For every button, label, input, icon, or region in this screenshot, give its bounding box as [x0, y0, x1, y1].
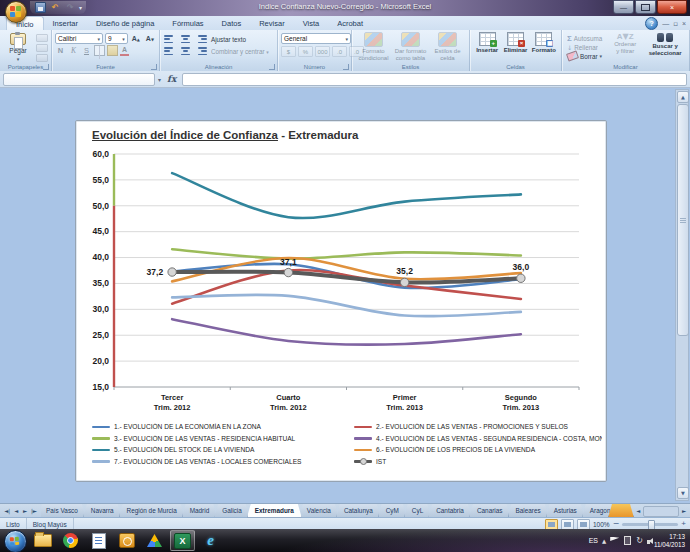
legend-item[interactable]: IST	[354, 458, 602, 465]
legend-item[interactable]: 1.- EVOLUCIÓN DE LA ECONOMÍA EN LA ZONA	[92, 423, 354, 430]
sheet-tab-asturias[interactable]: Asturias	[546, 504, 585, 518]
sheet-tab-aragon[interactable]: Aragon	[582, 504, 611, 518]
workbook-close-button[interactable]: ×	[682, 20, 686, 27]
hscroll-right-arrow[interactable]: ►	[680, 508, 688, 514]
sheet-tab-valencia[interactable]: Valencia	[299, 504, 339, 518]
align-middle-button[interactable]	[179, 34, 192, 44]
format-as-table-button[interactable]: Dar formato como tabla	[393, 32, 429, 62]
sheet-tab-cyl[interactable]: CyL	[404, 504, 431, 518]
last-sheet-button[interactable]: |►	[30, 508, 38, 514]
scroll-down-arrow[interactable]: ▼	[677, 487, 689, 499]
sheet-tab-partial[interactable]	[608, 504, 634, 518]
sheet-tab-catalunya[interactable]: Catalunya	[336, 504, 381, 518]
office-button[interactable]	[5, 1, 27, 23]
merge-center-button[interactable]: Combinar y centrar ▾	[211, 48, 269, 55]
taskbar-chrome[interactable]	[58, 530, 83, 551]
zoom-out-button[interactable]: −	[613, 520, 620, 528]
align-right-button[interactable]	[195, 46, 208, 56]
delete-cells-button[interactable]: × Eliminar	[501, 32, 529, 62]
legend-item[interactable]: 2.- EVOLUCIÓN DE LAS VENTAS - PROMOCIONE…	[354, 423, 602, 430]
ribbon-tab-fórmulas[interactable]: Fórmulas	[163, 16, 212, 30]
increase-decimal-button[interactable]: .0	[332, 46, 347, 57]
ribbon-tab-datos[interactable]: Datos	[213, 16, 251, 30]
sheet-tab-cantabria[interactable]: Cantabria	[428, 504, 472, 518]
maximize-button[interactable]	[635, 0, 656, 14]
ribbon-tab-acrobat[interactable]: Acrobat	[328, 16, 372, 30]
vertical-scroll-thumb[interactable]	[677, 104, 689, 336]
taskbar-explorer[interactable]	[30, 530, 55, 551]
zoom-in-button[interactable]: +	[681, 520, 686, 528]
ribbon-tab-diseño-de-página[interactable]: Diseño de página	[87, 16, 163, 30]
workbook-minimize-button[interactable]: —	[662, 20, 669, 27]
copy-button[interactable]	[36, 44, 48, 52]
bold-button[interactable]: N	[55, 46, 66, 56]
worksheet-area[interactable]: Evolución del Índice de Confianza - Extr…	[0, 88, 690, 503]
ribbon-tab-insertar[interactable]: Insertar	[44, 16, 87, 30]
sheet-tab-madrid[interactable]: Madrid	[182, 504, 218, 518]
language-indicator[interactable]: ES	[589, 537, 598, 544]
clipboard-tray-icon[interactable]	[624, 536, 631, 545]
sheet-tab-extremadura[interactable]: Extremadura	[247, 504, 302, 518]
alignment-dialog-launcher[interactable]	[269, 64, 275, 70]
autosum-button[interactable]: ΣAutosuma	[567, 34, 602, 43]
help-button[interactable]: ?	[645, 17, 658, 30]
normal-view-button[interactable]	[545, 519, 558, 530]
start-button[interactable]	[4, 530, 27, 552]
percent-style-button[interactable]: %	[298, 46, 313, 57]
ribbon-tab-vista[interactable]: Vista	[294, 16, 329, 30]
italic-button[interactable]: K	[68, 46, 79, 56]
action-center-flag-icon[interactable]	[610, 537, 619, 545]
font-dialog-launcher[interactable]	[151, 64, 157, 70]
number-format-combo[interactable]: General▾	[281, 33, 351, 44]
title-bar[interactable]: ↶ ↷ ▾ Indice Confianza Nuevo-Corregido -…	[0, 0, 690, 16]
insert-function-button[interactable]: fx	[164, 74, 179, 84]
sheet-tab-canarias[interactable]: Canarias	[469, 504, 511, 518]
find-select-button[interactable]: Buscar y seleccionar	[646, 32, 684, 62]
borders-button[interactable]	[94, 45, 105, 56]
comma-style-button[interactable]: 000	[315, 46, 330, 57]
underline-button[interactable]: S	[81, 46, 92, 56]
sync-icon[interactable]: ↻	[636, 537, 643, 545]
name-box-arrow[interactable]: ▾	[158, 76, 161, 83]
insert-cells-button[interactable]: + Insertar	[473, 32, 501, 62]
sheet-tab-cym[interactable]: CyM	[378, 504, 407, 518]
ribbon-tab-revisar[interactable]: Revisar	[250, 16, 293, 30]
confidence-line-chart[interactable]: Evolución del Índice de Confianza - Extr…	[75, 120, 607, 482]
sheet-tab-país-vasco[interactable]: País Vasco	[41, 504, 86, 518]
shrink-font-button[interactable]: A▼	[144, 34, 156, 43]
close-button[interactable]: ×	[657, 0, 687, 14]
legend-item[interactable]: 4.- EVOLUCIÓN DE LAS VENTAS - SEGUNDA RE…	[354, 435, 602, 442]
font-color-button[interactable]: A	[120, 46, 129, 55]
minimize-button[interactable]: —	[613, 0, 634, 14]
vertical-scrollbar[interactable]: ▲ ▼	[675, 89, 689, 501]
name-box[interactable]	[3, 73, 155, 86]
next-sheet-button[interactable]: ►	[21, 508, 29, 514]
number-dialog-launcher[interactable]	[343, 64, 349, 70]
sheet-tab-galicia[interactable]: Galicia	[214, 504, 250, 518]
taskbar-ie[interactable]: e	[198, 530, 223, 551]
font-name-combo[interactable]: Calibri▾	[55, 33, 103, 44]
taskbar-excel[interactable]: X	[170, 530, 195, 551]
format-cells-button[interactable]: ▦ Formato	[530, 32, 558, 62]
workbook-restore-button[interactable]: ▫	[673, 20, 678, 28]
taskbar-outlook[interactable]	[114, 530, 139, 551]
align-top-button[interactable]	[163, 34, 176, 44]
fill-button[interactable]: ↓Rellenar	[567, 44, 602, 51]
sheet-tab-baleares[interactable]: Baleares	[508, 504, 549, 518]
speaker-icon[interactable]	[647, 540, 650, 544]
taskbar-document[interactable]	[86, 530, 111, 551]
legend-item[interactable]: 6.- EVOLUCIÓN DE LOS PRECIOS DE LA VIVIE…	[354, 446, 602, 453]
cut-button[interactable]	[36, 34, 48, 42]
align-center-button[interactable]	[179, 46, 192, 56]
cell-styles-button[interactable]: Estilos de celda	[430, 32, 466, 62]
taskbar-drive[interactable]	[142, 530, 167, 551]
legend-item[interactable]: 3.- EVOLUCIÓN DE LAS VENTAS - RESIDENCIA…	[92, 435, 354, 442]
sheet-tab-navarra[interactable]: Navarra	[83, 504, 122, 518]
accounting-format-button[interactable]: $	[281, 46, 296, 57]
sheet-tab-región-de-murcia[interactable]: Región de Murcia	[119, 504, 185, 518]
conditional-formatting-button[interactable]: Formato condicional	[356, 32, 392, 62]
zoom-level[interactable]: 100%	[593, 521, 610, 528]
fill-color-button[interactable]	[107, 45, 118, 56]
align-left-button[interactable]	[163, 46, 176, 56]
clear-button[interactable]: Borrar ▾	[567, 52, 602, 60]
